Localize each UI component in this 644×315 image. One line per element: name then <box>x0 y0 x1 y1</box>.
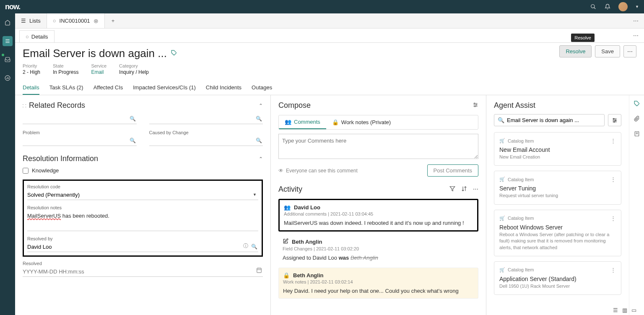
search-icon[interactable]: 🔍 <box>256 116 262 122</box>
meta-label: Service <box>91 63 106 68</box>
card-more-icon[interactable]: ⋮ <box>610 176 616 182</box>
compose-tab-comments[interactable]: 👥 Comments <box>279 115 326 129</box>
more-icon[interactable]: ⋯ <box>473 186 478 193</box>
calendar-icon[interactable] <box>256 267 262 274</box>
compose-textarea[interactable] <box>278 134 478 159</box>
list-icon: ☰ <box>21 18 26 24</box>
compose-column: Compose 👥 Comments 🔒 Work notes (Private… <box>271 95 486 315</box>
assist-card[interactable]: 🛒Catalog Item ⋮ Reboot Windows Server Re… <box>494 210 621 256</box>
cart-icon: 🛒 <box>499 267 505 273</box>
more-icon[interactable]: ⋯ <box>627 13 644 28</box>
card-title: Application Server (Standard) <box>499 276 616 282</box>
resolution-notes-field[interactable]: MailServerUS has been rebooted. <box>27 211 258 231</box>
section-title: Related Records <box>29 101 85 110</box>
avatar[interactable] <box>618 2 628 11</box>
assist-card[interactable]: 🛒Catalog Item ⋮ New Email Account New Em… <box>494 132 621 166</box>
field-label: Resolved by <box>27 236 258 241</box>
drag-icon[interactable]: ⸬ <box>23 102 26 109</box>
nav-tab-child[interactable]: Child Incidents <box>206 81 242 95</box>
post-comments-button[interactable]: Post Comments <box>427 164 478 177</box>
knowledge-checkbox[interactable] <box>23 168 29 174</box>
card-type: Catalog Item <box>508 216 534 221</box>
add-tab-button[interactable]: + <box>105 13 122 28</box>
caused-by-field[interactable] <box>149 136 263 146</box>
tab-label: Comments <box>294 119 320 125</box>
meta-label: Priority <box>23 63 40 68</box>
info-icon[interactable]: ⓘ <box>243 242 248 250</box>
nav-tab-affected-cis[interactable]: Affected CIs <box>93 81 123 95</box>
activity-meta: Field Changes | 2021-02-11 03:02:20 <box>283 246 474 251</box>
analytics-icon[interactable] <box>3 73 13 83</box>
settings-icon[interactable] <box>473 102 478 109</box>
svg-point-22 <box>613 118 614 119</box>
save-button[interactable]: Save <box>595 45 620 57</box>
search-icon[interactable]: 🔍 <box>251 244 257 250</box>
search-icon[interactable] <box>590 3 597 10</box>
search-icon[interactable]: 🔍 <box>256 138 262 143</box>
assist-search-input[interactable] <box>507 117 601 123</box>
home-icon[interactable] <box>3 18 13 28</box>
card-type: Catalog Item <box>508 138 534 143</box>
related-search-1[interactable] <box>23 114 137 124</box>
resolve-button[interactable]: Resolve <box>559 45 592 57</box>
more-icon[interactable]: ⋯ <box>627 29 644 42</box>
svg-point-26 <box>614 121 615 122</box>
left-rail <box>0 13 15 315</box>
resolved-date-field[interactable] <box>23 267 263 277</box>
compose-tab-worknotes[interactable]: 🔒 Work notes (Private) <box>326 115 397 129</box>
problem-field[interactable] <box>23 136 137 146</box>
assist-card[interactable]: 🛒Catalog Item ⋮ Application Server (Stan… <box>494 261 621 295</box>
template-icon[interactable] <box>633 130 641 138</box>
attachment-icon[interactable] <box>633 115 641 123</box>
field-label: Resolution code <box>27 184 258 189</box>
card-more-icon[interactable]: ⋮ <box>610 215 616 221</box>
nav-tab-impacted[interactable]: Impacted Services/CIs (1) <box>133 81 196 95</box>
list-icon[interactable] <box>3 36 13 46</box>
close-icon[interactable]: ⊗ <box>93 18 99 24</box>
section-title: Compose <box>278 101 311 110</box>
sort-icon[interactable] <box>461 186 467 193</box>
subtab-details[interactable]: ○ Details <box>19 30 55 42</box>
tab-lists[interactable]: ☰ Lists <box>15 13 47 28</box>
bell-icon[interactable] <box>604 3 611 10</box>
activity-item: Beth Anglin Field Changes | 2021-02-11 0… <box>278 237 478 263</box>
more-actions-button[interactable]: ⋯ <box>623 45 636 57</box>
inbox-icon[interactable] <box>3 55 13 65</box>
tab-record[interactable]: ○ INC0010001 ⊗ <box>47 13 105 28</box>
resolved-by-field[interactable] <box>27 242 258 252</box>
chevron-up-icon[interactable]: ⌃ <box>259 103 263 109</box>
people-icon: 👥 <box>285 119 291 125</box>
tab-label: Work notes (Private) <box>341 119 391 125</box>
card-more-icon[interactable]: ⋮ <box>610 267 616 273</box>
card-more-icon[interactable]: ⋮ <box>610 138 616 144</box>
tab-label: Lists <box>29 18 41 24</box>
nav-tab-details[interactable]: Details <box>23 81 39 95</box>
resolve-tooltip: Resolve <box>571 34 595 42</box>
resolution-highlight-box: Resolution code Solved (Permanently) Res… <box>23 180 263 257</box>
meta-value-link[interactable]: Email <box>91 69 106 75</box>
checkbox-label: Knowledge <box>32 167 59 174</box>
card-type: Catalog Item <box>508 267 534 272</box>
meta-label: Category <box>119 63 149 68</box>
nav-tab-task-slas[interactable]: Task SLAs (2) <box>49 81 83 95</box>
assist-card[interactable]: 🛒Catalog Item ⋮ Server Tuning Request vi… <box>494 171 621 204</box>
lock-icon: 🔒 <box>283 272 290 279</box>
activity-meta: Work notes | 2021-02-11 03:02:14 <box>283 279 474 284</box>
record-header: Email Server is down again ... Resolve R… <box>15 43 644 75</box>
caret-down-icon[interactable]: ▼ <box>635 5 639 9</box>
search-icon[interactable]: 🔍 <box>130 138 136 143</box>
resolution-code-select[interactable]: Solved (Permanently) <box>27 190 258 200</box>
card-type: Catalog Item <box>508 177 534 182</box>
logo: now. <box>5 3 20 11</box>
lock-icon: 🔒 <box>332 119 339 125</box>
cart-icon: 🛒 <box>499 138 505 143</box>
related-search-2[interactable] <box>149 114 263 124</box>
section-title: Activity <box>278 185 302 194</box>
assist-filter-button[interactable] <box>608 114 621 126</box>
filter-icon[interactable] <box>449 186 455 193</box>
search-icon[interactable]: 🔍 <box>130 116 136 122</box>
tag-icon[interactable] <box>633 99 641 108</box>
nav-tab-outages[interactable]: Outages <box>252 81 272 95</box>
chevron-up-icon[interactable]: ⌃ <box>259 156 263 162</box>
tag-icon[interactable] <box>171 50 177 57</box>
